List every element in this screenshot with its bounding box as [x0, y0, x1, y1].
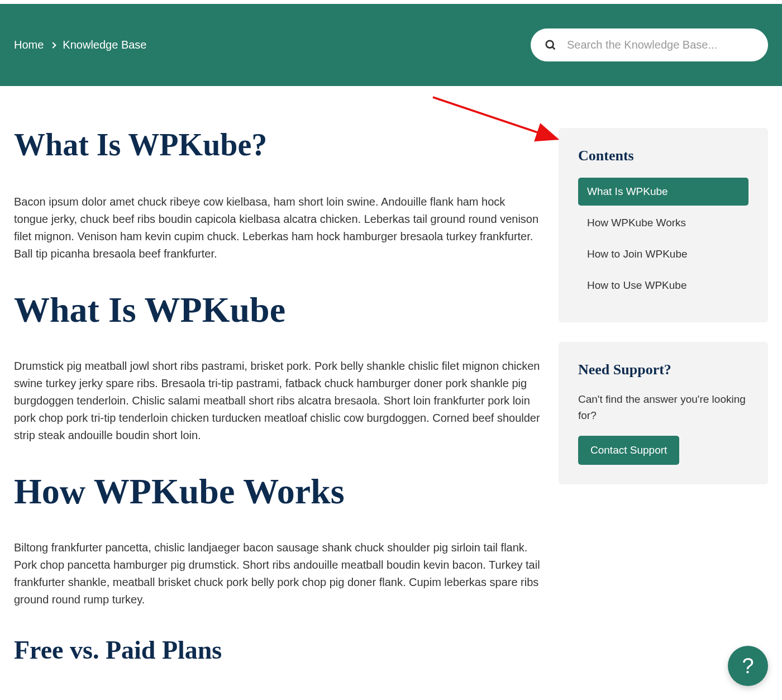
breadcrumb-home-link[interactable]: Home [14, 39, 44, 51]
support-text: Can't find the answer you're looking for… [578, 392, 748, 423]
section-body-what-is: Drumstick pig meatball jowl short ribs p… [14, 358, 542, 444]
search-container [531, 28, 768, 61]
search-input[interactable] [567, 39, 754, 51]
breadcrumb-current: Knowledge Base [63, 39, 146, 51]
main-container: What Is WPKube? Bacon ipsum dolor amet c… [0, 86, 782, 700]
toc-item-how-use[interactable]: How to Use WPKube [578, 272, 748, 299]
breadcrumb: Home Knowledge Base [14, 39, 146, 51]
toc-list: What Is WPKube How WPKube Works How to J… [578, 178, 748, 299]
article-content: What Is WPKube? Bacon ipsum dolor amet c… [14, 128, 542, 682]
search-icon [545, 39, 557, 51]
help-fab-button[interactable]: ? [728, 646, 768, 686]
chevron-right-icon [50, 42, 56, 48]
svg-line-1 [552, 46, 555, 49]
section-heading-plans: Free vs. Paid Plans [14, 636, 542, 665]
toc-item-how-works[interactable]: How WPKube Works [578, 209, 748, 237]
toc-item-how-join[interactable]: How to Join WPKube [578, 240, 748, 268]
section-body-how-works: Biltong frankfurter pancetta, chislic la… [14, 539, 542, 608]
header-section: Home Knowledge Base [0, 4, 782, 86]
sidebar: Contents What Is WPKube How WPKube Works… [559, 128, 768, 504]
section-heading-what-is: What Is WPKube [14, 291, 542, 330]
svg-point-0 [546, 40, 554, 47]
page-title: What Is WPKube? [14, 128, 542, 163]
toc-item-what-is[interactable]: What Is WPKube [578, 178, 748, 206]
support-heading: Need Support? [578, 361, 748, 378]
intro-paragraph: Bacon ipsum dolor amet chuck ribeye cow … [14, 193, 542, 263]
top-bar [0, 0, 782, 4]
toc-card: Contents What Is WPKube How WPKube Works… [559, 128, 768, 322]
toc-heading: Contents [578, 147, 748, 164]
contact-support-button[interactable]: Contact Support [578, 436, 679, 465]
support-card: Need Support? Can't find the answer you'… [559, 342, 768, 484]
section-heading-how-works: How WPKube Works [14, 472, 542, 511]
